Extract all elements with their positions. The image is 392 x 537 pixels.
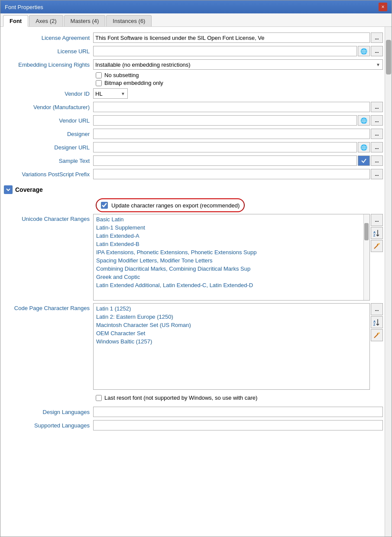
- unicode-add-btn[interactable]: [371, 214, 383, 226]
- license-url-globe-btn[interactable]: 🌐: [358, 46, 370, 56]
- vendor-url-row: Vendor URL 🌐: [0, 114, 385, 126]
- code-page-list-item[interactable]: Latin 2: Eastern Europe (1250): [94, 313, 369, 321]
- designer-label: Designer: [2, 131, 93, 137]
- designer-url-row: Designer URL 🌐: [0, 141, 385, 153]
- code-page-wand-btn[interactable]: [371, 329, 383, 341]
- vendor-manufacturer-input[interactable]: [93, 102, 370, 112]
- design-languages-label: Design Languages: [2, 409, 93, 415]
- designer-url-label: Designer URL: [2, 144, 93, 151]
- designer-url-input[interactable]: [93, 142, 357, 152]
- license-agreement-input[interactable]: [93, 32, 370, 43]
- update-char-ranges-label: Update character ranges on export (recom…: [111, 202, 240, 209]
- license-agreement-btn[interactable]: [371, 32, 383, 43]
- last-resort-checkbox[interactable]: [96, 395, 102, 401]
- code-page-ranges-list-container: Latin 1 (1252)Latin 2: Eastern Europe (1…: [93, 303, 370, 390]
- bitmap-embedding-row: Bitmap embedding only: [0, 80, 385, 86]
- supported-languages-input[interactable]: [93, 420, 383, 430]
- code-page-list-item[interactable]: Macintosh Character Set (US Roman): [94, 321, 369, 329]
- vendor-id-select[interactable]: HL: [93, 88, 128, 99]
- variations-ps-prefix-label: Variations PostScript Prefix: [2, 171, 93, 178]
- design-languages-input[interactable]: [93, 407, 383, 417]
- no-subsetting-checkbox[interactable]: [96, 72, 102, 78]
- scrollbar-thumb: [386, 40, 391, 74]
- unicode-list-item[interactable]: Latin Extended Additional, Latin Extende…: [94, 281, 363, 289]
- unicode-scroll-thumb: [364, 223, 369, 240]
- license-agreement-label: License Agreement: [2, 35, 93, 41]
- unicode-list-item[interactable]: IPA Extensions, Phonetic Extensions, Pho…: [94, 248, 363, 256]
- no-subsetting-label: No subsetting: [104, 72, 139, 78]
- variations-ps-prefix-btn[interactable]: [371, 169, 383, 179]
- vendor-url-input[interactable]: [93, 115, 357, 126]
- sample-text-label: Sample Text: [2, 158, 93, 164]
- unicode-ranges-list[interactable]: Basic LatinLatin-1 SupplementLatin Exten…: [94, 214, 363, 300]
- tab-masters[interactable]: Masters (4): [64, 15, 106, 26]
- unicode-ranges-list-container: Basic LatinLatin-1 SupplementLatin Exten…: [93, 214, 370, 301]
- unicode-list-item[interactable]: Latin Extended-B: [94, 240, 363, 248]
- supported-languages-row: Supported Languages: [0, 419, 385, 431]
- embedding-label: Embedding Licensing Rights: [2, 61, 93, 68]
- unicode-list-scrollbar[interactable]: [363, 214, 369, 300]
- vendor-url-globe-btn[interactable]: 🌐: [358, 115, 370, 126]
- code-page-list-item[interactable]: OEM Character Set: [94, 329, 369, 337]
- code-page-list-item[interactable]: Windows Baltic (1257): [94, 337, 369, 346]
- update-char-ranges-checkbox[interactable]: [101, 202, 108, 209]
- license-url-btn[interactable]: [371, 46, 383, 56]
- unicode-list-item[interactable]: Spacing Modifier Letters, Modifier Tone …: [94, 256, 363, 265]
- tab-instances[interactable]: Instances (6): [106, 15, 152, 26]
- designer-input[interactable]: [93, 129, 370, 139]
- sample-text-input[interactable]: [93, 155, 357, 166]
- designer-url-globe-btn[interactable]: 🌐: [358, 142, 370, 152]
- embedding-select[interactable]: Installable (no embedding restrictions) …: [93, 59, 383, 70]
- unicode-wand-btn[interactable]: [371, 240, 383, 252]
- code-page-ranges-list[interactable]: Latin 1 (1252)Latin 2: Eastern Europe (1…: [94, 304, 369, 389]
- code-page-list-item[interactable]: Latin 1 (1252): [94, 304, 369, 313]
- embedding-row: Embedding Licensing Rights Installable (…: [0, 58, 385, 71]
- unicode-list-item[interactable]: Greek and Coptic: [94, 273, 363, 281]
- window-title: Font Properties: [5, 4, 43, 10]
- close-button[interactable]: ×: [379, 3, 387, 11]
- bitmap-embedding-label: Bitmap embedding only: [104, 80, 163, 86]
- main-scrollbar[interactable]: [385, 27, 392, 537]
- vendor-url-btn[interactable]: [371, 115, 383, 126]
- svg-marker-4: [377, 243, 379, 245]
- unicode-ranges-label: Unicode Character Ranges: [2, 214, 93, 222]
- tabs-bar: Font Axes (2) Masters (4) Instances (6): [0, 13, 392, 27]
- unicode-ranges-row: Unicode Character Ranges Basic LatinLati…: [0, 214, 385, 301]
- vendor-manufacturer-btn[interactable]: [371, 102, 383, 112]
- design-languages-row: Design Languages: [0, 406, 385, 418]
- sort-az-icon: A Z: [373, 229, 381, 237]
- svg-text:A: A: [373, 320, 376, 323]
- bitmap-embedding-checkbox[interactable]: [96, 80, 102, 86]
- designer-row: Designer: [0, 128, 385, 140]
- main-panel: License Agreement License URL 🌐 Embeddin…: [0, 27, 385, 537]
- vendor-url-label: Vendor URL: [2, 117, 93, 124]
- variations-ps-prefix-input[interactable]: [93, 169, 370, 179]
- code-page-sort-btn[interactable]: A Z: [371, 316, 383, 328]
- coverage-toggle-btn[interactable]: [4, 185, 13, 194]
- unicode-sort-btn[interactable]: A Z: [371, 227, 383, 239]
- sample-text-btn[interactable]: [371, 155, 383, 166]
- checkmark-icon: [361, 158, 367, 164]
- last-resort-label: Last resort font (not supported by Windo…: [104, 395, 257, 401]
- tab-axes[interactable]: Axes (2): [29, 15, 63, 26]
- unicode-list-item[interactable]: Basic Latin: [94, 215, 363, 223]
- vendor-manufacturer-label: Vendor (Manufacturer): [2, 104, 93, 110]
- tab-font[interactable]: Font: [3, 15, 28, 27]
- wand-icon: [373, 243, 380, 249]
- sample-text-row: Sample Text: [0, 155, 385, 167]
- unicode-list-item[interactable]: Latin Extended-A: [94, 232, 363, 240]
- license-url-input[interactable]: [93, 46, 357, 56]
- embedding-select-wrapper: Installable (no embedding restrictions) …: [93, 59, 383, 70]
- unicode-list-item[interactable]: Latin-1 Supplement: [94, 223, 363, 232]
- coverage-toggle-icon: [6, 187, 11, 192]
- variations-ps-prefix-row: Variations PostScript Prefix: [0, 168, 385, 180]
- unicode-side-buttons: A Z: [371, 214, 383, 252]
- code-page-ranges-row: Code Page Character Ranges Latin 1 (1252…: [0, 303, 385, 390]
- license-url-row: License URL 🌐: [0, 45, 385, 57]
- code-page-add-btn[interactable]: [371, 303, 383, 315]
- unicode-list-item[interactable]: Combining Diacritical Marks, Combining D…: [94, 265, 363, 273]
- designer-btn[interactable]: [371, 129, 383, 139]
- designer-url-btn[interactable]: [371, 142, 383, 152]
- sample-text-check-btn[interactable]: [358, 155, 370, 166]
- svg-text:A: A: [373, 231, 376, 234]
